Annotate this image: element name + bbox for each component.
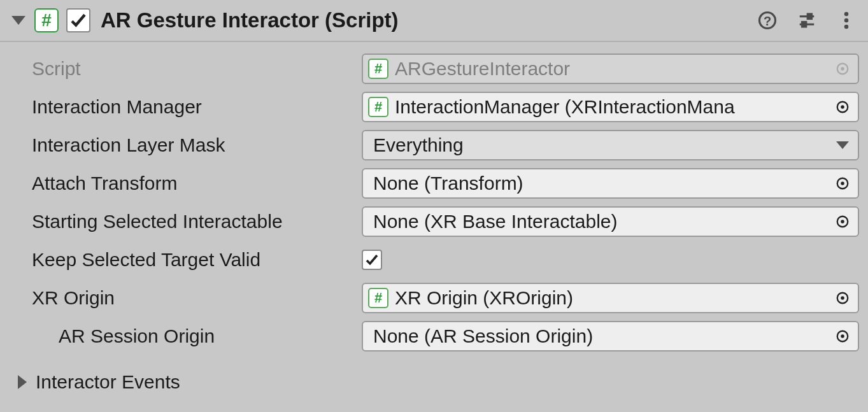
label-ar-session-origin: AR Session Origin [9, 325, 362, 347]
starting-selected-value: None (XR Base Interactable) [368, 211, 832, 232]
row-xr-origin: XR Origin # XR Origin (XROrigin) [9, 280, 859, 316]
svg-point-10 [841, 67, 844, 71]
presets-icon[interactable] [794, 8, 820, 33]
row-interaction-layer-mask: Interaction Layer Mask Everything [9, 127, 859, 163]
label-interaction-manager: Interaction Manager [9, 96, 362, 118]
foldout-toggle-icon[interactable] [11, 16, 25, 25]
row-interaction-manager: Interaction Manager # InteractionManager… [9, 89, 859, 125]
object-picker-icon[interactable] [832, 211, 853, 232]
foldout-closed-icon [18, 375, 27, 389]
interaction-manager-value: InteractionManager (XRInteractionMana [395, 96, 832, 118]
svg-rect-4 [808, 14, 811, 19]
object-picker-icon[interactable] [832, 97, 853, 117]
script-ref-icon: # [368, 59, 388, 79]
field-script: # ARGestureInteractor [362, 53, 859, 84]
script-ref-icon: # [368, 288, 388, 308]
help-icon[interactable]: ? [755, 8, 780, 33]
component-body: Script # ARGestureInteractor Interaction… [0, 42, 868, 406]
row-ar-session-origin: AR Session Origin None (AR Session Origi… [9, 318, 859, 354]
row-script: Script # ARGestureInteractor [9, 51, 859, 87]
svg-rect-5 [802, 22, 806, 27]
script-value: ARGestureInteractor [395, 58, 832, 80]
svg-point-6 [844, 12, 849, 17]
object-picker-icon[interactable] [832, 326, 853, 346]
object-picker-icon[interactable] [832, 173, 853, 194]
field-interaction-layer-mask[interactable]: Everything [362, 130, 859, 160]
label-keep-selected-valid: Keep Selected Target Valid [9, 249, 362, 271]
field-starting-selected[interactable]: None (XR Base Interactable) [362, 206, 859, 237]
svg-point-7 [844, 18, 849, 23]
component-title: AR Gesture Interactor (Script) [101, 8, 741, 32]
svg-point-14 [841, 181, 844, 185]
field-attach-transform[interactable]: None (Transform) [362, 168, 859, 199]
xr-origin-value: XR Origin (XROrigin) [395, 287, 832, 309]
field-xr-origin[interactable]: # XR Origin (XROrigin) [362, 283, 859, 313]
row-starting-selected: Starting Selected Interactable None (XR … [9, 204, 859, 239]
field-interaction-manager[interactable]: # InteractionManager (XRInteractionMana [362, 92, 859, 122]
component-panel: # AR Gesture Interactor (Script) ? Scrip… [0, 0, 868, 406]
interactor-events-label: Interactor Events [36, 371, 180, 393]
object-picker-icon [832, 59, 853, 79]
field-keep-selected-valid-checkbox[interactable] [362, 250, 382, 270]
attach-transform-value: None (Transform) [368, 173, 832, 194]
ar-session-origin-value: None (AR Session Origin) [368, 325, 832, 347]
script-ref-icon: # [368, 97, 388, 117]
component-header: # AR Gesture Interactor (Script) ? [0, 0, 868, 42]
object-picker-icon[interactable] [832, 288, 853, 308]
script-icon: # [34, 8, 59, 32]
enable-component-checkbox[interactable] [66, 8, 90, 32]
label-script: Script [9, 58, 362, 80]
svg-point-16 [841, 220, 844, 224]
label-interaction-layer-mask: Interaction Layer Mask [9, 134, 362, 156]
dropdown-arrow-icon [836, 141, 849, 149]
row-attach-transform: Attach Transform None (Transform) [9, 166, 859, 201]
svg-point-12 [841, 105, 844, 109]
label-xr-origin: XR Origin [9, 287, 362, 309]
svg-point-18 [841, 296, 844, 300]
svg-text:?: ? [764, 14, 771, 28]
label-attach-transform: Attach Transform [9, 173, 362, 194]
interaction-layer-mask-value: Everything [373, 134, 836, 156]
field-ar-session-origin[interactable]: None (AR Session Origin) [362, 321, 859, 352]
row-keep-selected-valid: Keep Selected Target Valid [9, 242, 859, 278]
svg-point-8 [844, 25, 849, 29]
context-menu-icon[interactable] [834, 8, 859, 33]
label-starting-selected: Starting Selected Interactable [9, 211, 362, 232]
svg-point-20 [841, 334, 844, 338]
interactor-events-foldout[interactable]: Interactor Events [9, 364, 859, 400]
